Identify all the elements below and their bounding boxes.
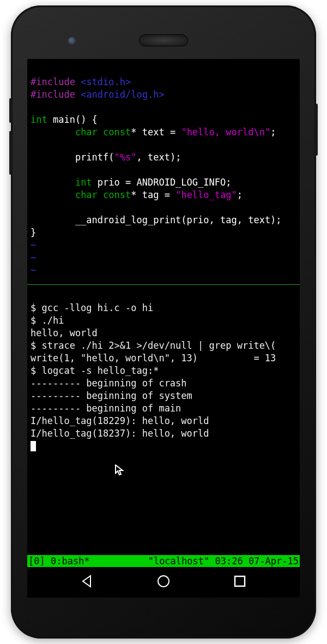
circle-home-icon <box>156 574 171 589</box>
tmux-session-label: [0] 0:bash* <box>28 555 90 567</box>
code-text: * tag = <box>131 189 175 200</box>
terminal-line: write(1, "hello, world\n", 13) = 13 <box>31 353 276 363</box>
volume-up-button[interactable] <box>9 98 12 123</box>
android-navbar <box>27 567 300 598</box>
terminal-line: $ gcc -llog hi.c -o hi <box>31 302 153 313</box>
code-text: printf( <box>75 152 114 163</box>
terminal-line: I/hello_tag(18237): hello, world <box>31 428 209 439</box>
terminal[interactable]: $ gcc -llog hi.c -o hi $ ./hi hello, wor… <box>27 288 300 555</box>
preproc: #include <box>31 76 75 87</box>
include-target: <android/log.h> <box>81 89 165 100</box>
terminal-line: --------- beginning of crash <box>31 378 187 389</box>
code-text: ; <box>237 189 243 200</box>
vim-empty-line: ~ <box>31 252 36 263</box>
vim-empty-line: ~ <box>31 265 36 276</box>
terminal-line: $ strace ./hi 2>&1 >/dev/null | grep wri… <box>31 340 276 351</box>
speaker-grille-icon <box>139 34 188 46</box>
include-target: <stdio.h> <box>81 76 131 87</box>
tmux-status-bar[interactable]: [0] 0:bash* "localhost" 03:26 07-Apr-15 <box>27 555 300 567</box>
keyword: const <box>98 127 131 138</box>
terminal-line: --------- beginning of system <box>31 390 192 401</box>
home-button[interactable] <box>156 574 171 591</box>
code-text: main() { <box>47 114 98 125</box>
pane-divider[interactable] <box>27 284 300 285</box>
code-text: ; <box>270 127 276 138</box>
code-text: __android_log_print(prio, tag, text); <box>75 214 282 225</box>
terminal-line: hello, world <box>31 327 98 338</box>
vim-empty-line: ~ <box>31 240 36 251</box>
tmux-clock-label: "localhost" 03:26 07-Apr-15 <box>148 555 299 567</box>
code-text: * text = <box>131 127 181 138</box>
string-literal: "hello, world\n" <box>181 127 270 138</box>
terminal-line: $ ./hi <box>31 315 64 326</box>
string-literal: "hello_tag" <box>175 189 237 200</box>
keyword: int <box>31 114 47 125</box>
string-literal: "%s" <box>114 152 137 163</box>
volume-down-button[interactable] <box>9 131 12 175</box>
preproc: #include <box>31 89 75 100</box>
sensor-icon <box>68 37 76 45</box>
terminal-line: I/hello_tag(18229): hello, world <box>31 415 209 426</box>
keyword: const <box>98 189 131 200</box>
terminal-line: --------- beginning of main <box>31 403 181 414</box>
code-text: prio = ANDROID_LOG_INFO; <box>92 177 232 188</box>
mouse-pointer-icon <box>114 464 124 476</box>
square-recent-icon <box>232 574 247 589</box>
svg-point-0 <box>158 576 169 587</box>
power-button[interactable] <box>315 104 318 156</box>
svg-rect-1 <box>235 576 245 586</box>
keyword: int <box>75 177 92 188</box>
keyword: char <box>75 127 98 138</box>
triangle-back-icon <box>80 574 95 589</box>
phone-frame: #include <stdio.h> #include <android/log… <box>11 5 316 639</box>
terminal-cursor-icon <box>31 441 36 451</box>
keyword: char <box>75 189 98 200</box>
terminal-line: $ logcat -s hello_tag:* <box>31 365 159 376</box>
code-text: , text); <box>137 152 181 163</box>
recent-apps-button[interactable] <box>232 574 247 591</box>
code-editor[interactable]: #include <stdio.h> #include <android/log… <box>27 59 300 279</box>
screen: #include <stdio.h> #include <android/log… <box>27 59 300 598</box>
code-text: } <box>31 227 36 238</box>
back-button[interactable] <box>80 574 95 591</box>
